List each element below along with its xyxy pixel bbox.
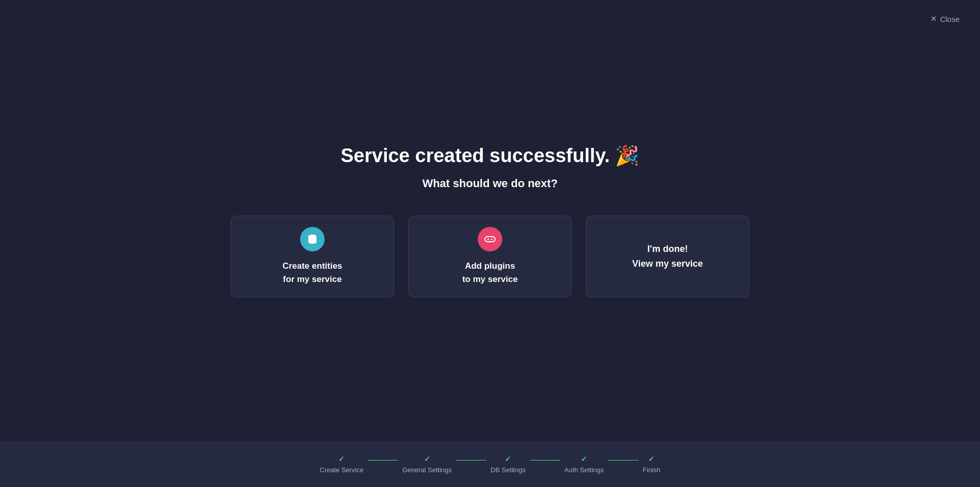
- step-divider-4: [608, 460, 639, 460]
- create-entities-card[interactable]: Create entities for my service: [231, 216, 394, 297]
- svg-point-2: [491, 239, 493, 240]
- add-plugins-card[interactable]: Add plugins to my service: [408, 216, 572, 297]
- close-button[interactable]: ✕ Close: [926, 12, 964, 25]
- step-divider-1: [368, 460, 398, 460]
- step-label-3: DB Settings: [491, 466, 526, 474]
- create-entities-label: Create entities for my service: [282, 260, 342, 286]
- step-check-1: ✓: [338, 455, 345, 463]
- step-check-4: ✓: [581, 455, 587, 463]
- step-finish: ✓ Finish: [643, 455, 660, 474]
- done-card[interactable]: I'm done! View my service: [586, 216, 749, 297]
- add-plugins-label: Add plugins to my service: [462, 260, 518, 286]
- close-label: Close: [940, 15, 960, 23]
- progress-bar: ✓ Create Service ✓ General Settings ✓ DB…: [0, 441, 980, 487]
- svg-point-1: [487, 239, 489, 240]
- cards-container: Create entities for my service Add plugi…: [231, 216, 749, 297]
- step-label-2: General Settings: [402, 466, 452, 474]
- main-content: Service created successfully. 🎉 What sho…: [0, 0, 980, 441]
- step-divider-3: [530, 460, 560, 460]
- step-general-settings: ✓ General Settings: [402, 455, 452, 474]
- step-label-1: Create Service: [320, 466, 363, 474]
- step-check-3: ✓: [505, 455, 511, 463]
- step-db-settings: ✓ DB Settings: [491, 455, 526, 474]
- plugin-icon: [478, 227, 502, 251]
- step-auth-settings: ✓ Auth Settings: [565, 455, 604, 474]
- steps-container: ✓ Create Service ✓ General Settings ✓ DB…: [320, 455, 660, 474]
- database-icon: [300, 227, 325, 251]
- step-divider-2: [456, 460, 486, 460]
- step-label-4: Auth Settings: [565, 466, 604, 474]
- step-check-5: ✓: [648, 455, 654, 463]
- page-title: Service created successfully. 🎉: [341, 144, 640, 167]
- step-create-service: ✓ Create Service: [320, 455, 363, 474]
- done-label: I'm done! View my service: [632, 242, 703, 271]
- step-check-2: ✓: [424, 455, 430, 463]
- close-icon: ✕: [930, 14, 937, 23]
- page-subtitle: What should we do next?: [422, 177, 557, 190]
- step-label-5: Finish: [643, 466, 660, 474]
